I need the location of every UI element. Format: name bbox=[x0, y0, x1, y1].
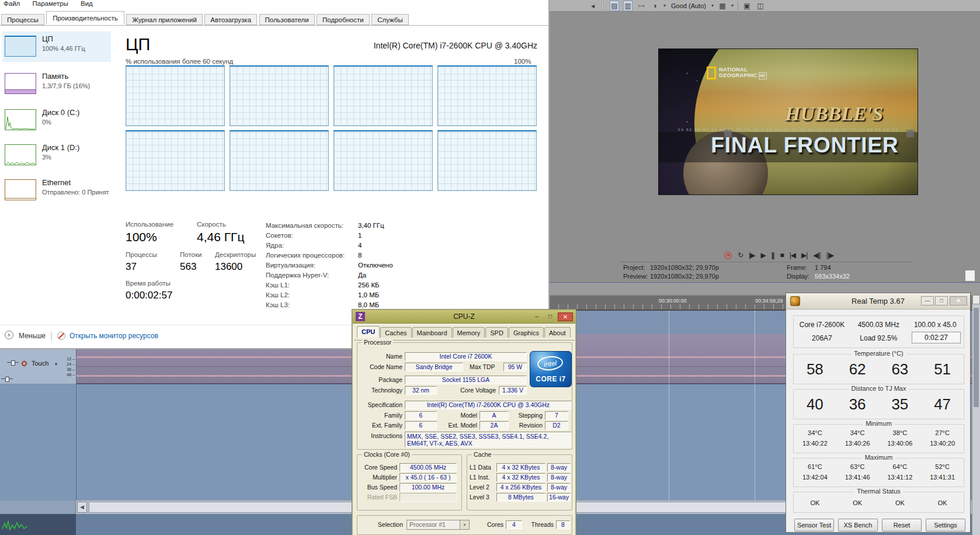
revision-field: D2 bbox=[545, 421, 568, 430]
split-screen-icon[interactable]: ◑ bbox=[650, 1, 659, 11]
link-overlay-icon[interactable]: ⊶ bbox=[637, 1, 646, 11]
maximize-button[interactable]: □ bbox=[544, 312, 556, 321]
realtemp-title-bar[interactable]: Real Temp 3.67 — □ ✕ bbox=[786, 293, 970, 310]
cpu-load: Load 92.5% bbox=[850, 334, 907, 342]
close-button[interactable]: ✕ bbox=[950, 296, 967, 305]
grid-overlay-icon[interactable]: ▦ bbox=[718, 1, 727, 11]
tab-spd[interactable]: SPD bbox=[485, 327, 508, 338]
play-icon[interactable]: ▶ bbox=[760, 250, 765, 260]
menu-options[interactable]: Параметры bbox=[32, 0, 68, 7]
tab-processes[interactable]: Процессы bbox=[1, 14, 44, 25]
max-time: 13:41:31 bbox=[921, 474, 964, 481]
min-time: 13:40:26 bbox=[836, 440, 879, 447]
sidebar-item-cpu[interactable]: ЦП 100% 4,46 ГГц bbox=[2, 32, 111, 62]
tab-graphics[interactable]: Graphics bbox=[509, 327, 544, 338]
go-to-start-icon[interactable]: |◀ bbox=[790, 250, 795, 260]
multiplier-label: Multiplier bbox=[360, 473, 397, 482]
chevron-down-icon[interactable]: ▾ bbox=[711, 3, 714, 8]
external-monitor-icon[interactable]: ▥ bbox=[623, 1, 633, 11]
minimum-group: Minimum 34°C 34°C 38°C 27°C 13:40:22 13:… bbox=[793, 424, 964, 453]
close-button[interactable]: ✕ bbox=[558, 312, 573, 321]
settings-button[interactable]: Settings bbox=[926, 519, 965, 531]
chevron-down-icon[interactable]: ▾ bbox=[663, 3, 666, 8]
threads-label: Потоки bbox=[180, 251, 201, 258]
menu-view[interactable]: Вид bbox=[81, 0, 93, 7]
minimize-button[interactable]: – bbox=[531, 312, 543, 321]
tab-performance[interactable]: Производительность bbox=[46, 11, 124, 25]
scroll-left-button[interactable]: ◀ bbox=[77, 502, 87, 513]
sidebar-item-ethernet[interactable]: Ethernet Отправлено: 0 Принят bbox=[2, 175, 111, 206]
scroll-arrow-button[interactable] bbox=[965, 270, 975, 282]
detail-row: Поддержка Hyper-V:Да bbox=[266, 272, 366, 279]
maximize-button[interactable]: □ bbox=[935, 296, 948, 305]
cores-label: Cores bbox=[480, 520, 503, 529]
group-label: Thermal Status bbox=[854, 488, 903, 495]
automation-mode-dropdown[interactable]: Touch bbox=[32, 360, 48, 367]
handles-label: Дескрипторы bbox=[215, 251, 256, 258]
pause-icon[interactable]: || bbox=[772, 250, 774, 260]
go-to-end-icon[interactable]: ▶| bbox=[801, 250, 807, 260]
project-value: 1920x1080x32; 29,970p bbox=[650, 264, 719, 271]
chevron-down-icon[interactable]: ▾ bbox=[731, 3, 734, 8]
pane-left-arrow-icon[interactable]: ◂ bbox=[588, 1, 597, 11]
cpuz-title-bar[interactable]: Z CPU-Z – □ ✕ bbox=[353, 310, 575, 324]
xs-bench-button[interactable]: XS Bench bbox=[838, 519, 878, 531]
sidebar-item-disk1[interactable]: Диск 1 (D:) 3% bbox=[2, 140, 111, 171]
automation-gear-icon[interactable] bbox=[22, 361, 27, 366]
tab-users[interactable]: Пользователи bbox=[259, 14, 315, 25]
core2-distance: 35 bbox=[879, 395, 922, 414]
reset-button[interactable]: Reset bbox=[882, 519, 922, 531]
sensor-test-button[interactable]: Sensor Test bbox=[794, 519, 834, 531]
next-frame-icon[interactable]: ||▶ bbox=[826, 250, 833, 260]
specification-field: Intel(R) Core(TM) i7-2600K CPU @ 3.40GHz bbox=[405, 401, 572, 409]
prev-frame-icon[interactable]: ◀|| bbox=[813, 250, 820, 260]
core-voltage-field: 1.336 V bbox=[499, 386, 527, 395]
record-icon[interactable] bbox=[724, 252, 732, 259]
preview-quality-dropdown[interactable]: Good (Auto) bbox=[670, 2, 707, 9]
track-fader[interactable] bbox=[7, 360, 19, 365]
name-field: Intel Core i7 2600K bbox=[405, 352, 527, 361]
open-resource-monitor-link[interactable]: Открыть монитор ресурсов bbox=[69, 332, 158, 340]
copy-frame-icon[interactable]: ▣ bbox=[742, 1, 752, 11]
core-speed-label: Core Speed bbox=[360, 463, 397, 472]
detail-row: Ядра:4 bbox=[266, 242, 362, 249]
tab-startup[interactable]: Автозагрузка bbox=[204, 14, 257, 25]
cache-group: Cache L1 Data 4 x 32 KBytes 8-way L1 Ins… bbox=[467, 454, 572, 510]
max-tdp-field: 95 W bbox=[503, 363, 527, 371]
collapse-chevron-icon[interactable]: ∧ bbox=[5, 331, 13, 339]
vertical-scrollbar[interactable] bbox=[972, 295, 980, 535]
tab-cpu[interactable]: CPU bbox=[357, 326, 380, 338]
tab-app-history[interactable]: Журнал приложений bbox=[126, 14, 203, 25]
play-from-start-icon[interactable]: |▶ bbox=[749, 250, 755, 260]
fewer-details-button[interactable]: Меньше bbox=[19, 332, 46, 340]
group-label: Maximum bbox=[862, 454, 896, 461]
menu-file[interactable]: Файл bbox=[4, 0, 20, 7]
loop-playback-icon[interactable]: ↻ bbox=[738, 250, 743, 260]
processor-select-dropdown[interactable]: Processor #1 bbox=[406, 520, 470, 530]
sidebar-item-title: Диск 0 (C:) bbox=[42, 108, 79, 117]
chevron-down-icon[interactable]: ▾ bbox=[55, 362, 57, 367]
tab-services[interactable]: Службы bbox=[371, 14, 409, 25]
tab-details[interactable]: Подробности bbox=[317, 14, 370, 25]
tab-mainboard[interactable]: Mainboard bbox=[412, 327, 452, 338]
track-fader[interactable] bbox=[1, 376, 13, 381]
minimize-button[interactable]: — bbox=[921, 296, 934, 305]
cpu-info-group: Core i7-2600K 4500.03 MHz 100.00 x 45.0 … bbox=[793, 315, 964, 348]
model-label: Model bbox=[445, 411, 477, 420]
tab-memory[interactable]: Memory bbox=[453, 327, 485, 338]
scrollbar-thumb[interactable] bbox=[974, 308, 979, 407]
l1-data-label: L1 Data bbox=[470, 463, 494, 472]
selection-label: Selection bbox=[371, 520, 403, 529]
menu-bar: Файл Параметры Вид bbox=[0, 0, 548, 10]
sidebar-item-memory[interactable]: Память 1,3/7,9 ГБ (16%) bbox=[2, 69, 111, 99]
instructions-label: Instructions bbox=[364, 432, 402, 440]
copy-snapshot-icon[interactable]: ▤ bbox=[610, 1, 619, 11]
tab-about[interactable]: About bbox=[544, 327, 571, 338]
sidebar-item-disk0[interactable]: Диск 0 (C:) 0% bbox=[2, 105, 111, 136]
db-scale-mark: 12 bbox=[60, 357, 75, 361]
save-frame-icon[interactable]: ◫ bbox=[756, 1, 765, 11]
tab-caches[interactable]: Caches bbox=[380, 327, 411, 338]
stop-icon[interactable]: ■ bbox=[780, 250, 783, 260]
toolbar-grip[interactable] bbox=[602, 2, 603, 10]
scroll-up-button[interactable] bbox=[972, 295, 980, 304]
